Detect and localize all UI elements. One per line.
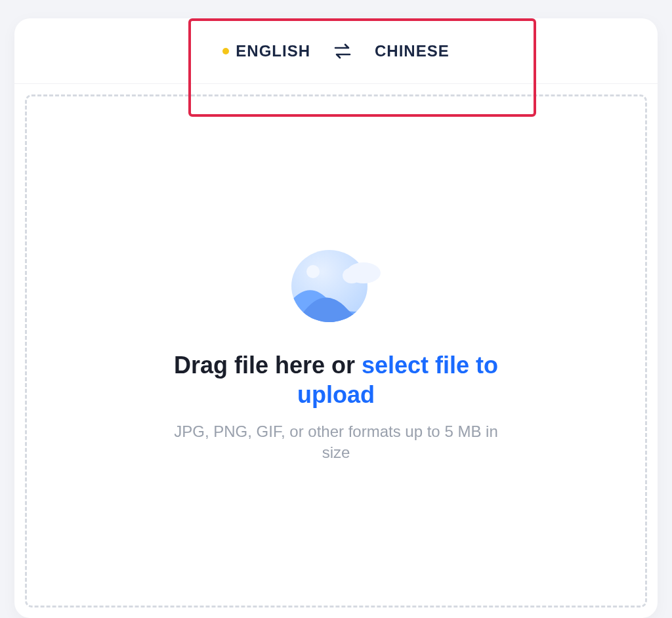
drop-zone[interactable]: Drag file here or select file to upload … <box>25 94 647 608</box>
language-selector: ENGLISH CHINESE <box>222 42 449 60</box>
upload-drag-text: Drag file here or <box>174 352 362 379</box>
swap-languages-button[interactable] <box>333 43 352 60</box>
detected-language-dot-icon <box>222 48 229 54</box>
image-placeholder-illustration <box>284 239 388 331</box>
target-language-selector[interactable]: CHINESE <box>375 42 450 60</box>
svg-point-2 <box>306 265 320 278</box>
swap-icon <box>333 43 352 60</box>
language-header: ENGLISH CHINESE <box>14 18 658 84</box>
upload-headline: Drag file here or select file to upload <box>152 350 520 409</box>
target-language-label: CHINESE <box>375 42 450 60</box>
upload-card: ENGLISH CHINESE <box>14 18 658 618</box>
upload-subtitle: JPG, PNG, GIF, or other formats up to 5 … <box>165 421 507 464</box>
source-language-selector[interactable]: ENGLISH <box>222 42 310 60</box>
source-language-label: ENGLISH <box>236 42 310 60</box>
svg-point-4 <box>343 268 361 283</box>
